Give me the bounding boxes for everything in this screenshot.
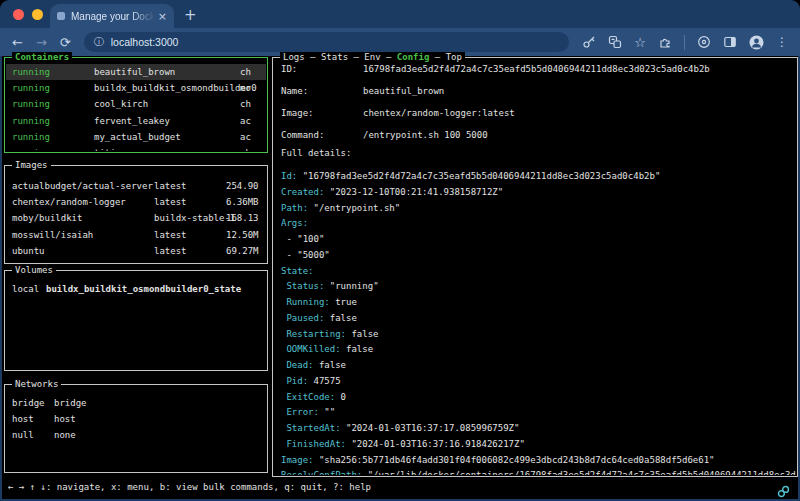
networks-list: bridge bridge host host null none: [6, 395, 266, 471]
detail-line: Created: "2023-12-10T00:21:41.938158712Z…: [281, 185, 796, 201]
image-tag: buildx-stable-1: [154, 210, 235, 226]
reload-button[interactable]: ⟳: [60, 36, 71, 49]
image-repo: actualbudget/actual-server: [12, 178, 153, 194]
container-state: running: [12, 64, 50, 80]
network-driver: none: [54, 427, 76, 443]
detail-line: Args:: [281, 216, 796, 232]
network-name: null: [12, 427, 34, 443]
image-repo: ubuntu: [12, 243, 45, 259]
window-minimize-button[interactable]: [32, 9, 43, 20]
toolbar-icons: ☆ ⋮: [582, 35, 788, 50]
container-row[interactable]: running my_actual_budget ac: [6, 129, 266, 145]
full-details-heading: Full details:: [281, 147, 351, 159]
summary-label: Name:: [273, 80, 363, 102]
image-size: 12.50M: [226, 227, 259, 243]
image-tag: <none>: [154, 259, 187, 262]
network-driver: host: [54, 411, 76, 427]
image-row[interactable]: chentex/random-logger latest 6.36MB: [6, 194, 266, 210]
config-summary: ID:16798fad3ee5d2f4d72a4c7c35eafd5b5d040…: [273, 58, 796, 146]
container-image: ac: [240, 129, 251, 145]
container-row[interactable]: running titi ch: [6, 145, 266, 151]
container-row[interactable]: running fervent_leakey ac: [6, 113, 266, 129]
detail-line: - "5000": [281, 248, 796, 264]
container-image: ch: [240, 64, 251, 80]
container-state: running: [12, 129, 50, 145]
tab-favicon-icon: [57, 12, 65, 20]
translate-icon[interactable]: [608, 35, 622, 49]
image-tag: latest: [154, 194, 187, 210]
detail-line: Id: "16798fad3ee5d2f4d72a4c7c35eafd5b5d0…: [281, 169, 796, 185]
volume-row[interactable]: local buildx_buildkit_osmondbuilder0_sta…: [6, 281, 266, 297]
image-size: 69.27M: [226, 243, 259, 259]
container-row[interactable]: running beautiful_brown ch: [6, 64, 266, 80]
browser-tab[interactable]: Manage your Docker fleet wi ×: [50, 4, 174, 28]
summary-label: Command:: [273, 124, 363, 146]
image-row[interactable]: moby/buildkit buildx-stable-1 168.13: [6, 210, 266, 226]
container-state: running: [12, 96, 50, 112]
detail-line: ResolvConfPath: "/var/lib/docker/contain…: [281, 468, 796, 475]
extension-badge-icon[interactable]: [697, 35, 711, 49]
container-row[interactable]: running cool_kirch ch: [6, 96, 266, 112]
site-info-icon[interactable]: ⓘ: [94, 37, 104, 47]
containers-list: running beautiful_brown ch running build…: [6, 64, 266, 151]
side-panel-icon[interactable]: [723, 35, 737, 49]
volumes-panel: Volumes local buildx_buildkit_osmondbuil…: [4, 270, 268, 371]
url-text: localhost:3000: [111, 36, 179, 48]
network-row[interactable]: bridge bridge: [6, 395, 266, 411]
network-row[interactable]: host host: [6, 411, 266, 427]
browser-tab-strip: Manage your Docker fleet wi × +: [0, 0, 800, 28]
detail-line: Pid: 47575: [281, 374, 796, 390]
summary-value: /entrypoint.sh 100 5000: [363, 130, 488, 140]
image-row[interactable]: actualbudget/actual-server latest 254.90: [6, 178, 266, 194]
window-close-button[interactable]: [13, 9, 24, 20]
summary-label: Image:: [273, 102, 363, 124]
image-repo: mosswill/isaiah: [12, 227, 93, 243]
container-state: running: [12, 80, 50, 96]
detail-line: Image: "sha256:5b771db46f4add301f04f0060…: [281, 453, 796, 469]
config-details[interactable]: Id: "16798fad3ee5d2f4d72a4c7c35eafd5b5d0…: [281, 169, 796, 475]
detail-line: Dead: false: [281, 358, 796, 374]
detail-line: FinishedAt: "2024-01-03T16:37:16.9184262…: [281, 437, 796, 453]
image-size: 168.13: [226, 210, 259, 226]
status-bar: ← → ↑ ↓: navigate, x: menu, b: view bulk…: [0, 478, 800, 501]
new-tab-button[interactable]: +: [184, 4, 197, 26]
tab-close-icon[interactable]: ×: [158, 10, 167, 23]
image-tag: latest: [154, 178, 187, 194]
profile-avatar[interactable]: [749, 35, 764, 50]
menu-kebab-icon[interactable]: ⋮: [776, 36, 788, 48]
image-row[interactable]: <none> <none> 70.77M: [6, 259, 266, 262]
forward-button[interactable]: →: [36, 36, 47, 49]
container-name: cool_kirch: [94, 96, 148, 112]
inspector-panel[interactable]: Logs — Stats — Env — Config — Top ID:167…: [272, 57, 798, 477]
containers-panel-title: Containers: [12, 52, 72, 63]
container-row[interactable]: running buildx_buildkit_osmondbuilder0 m…: [6, 80, 266, 96]
network-row[interactable]: null none: [6, 427, 266, 443]
volume-driver: local: [12, 281, 39, 297]
extensions-puzzle-icon[interactable]: [658, 35, 672, 49]
image-size: 70.77M: [226, 259, 259, 262]
summary-line: Name:beautiful_brown: [273, 80, 796, 102]
bookmark-star-icon[interactable]: ☆: [634, 36, 646, 49]
network-name: host: [12, 411, 34, 427]
link-icon[interactable]: [777, 483, 790, 501]
networks-panel-title: Networks: [12, 379, 61, 390]
images-list: actualbudget/actual-server latest 254.90…: [6, 178, 266, 262]
image-row[interactable]: mosswill/isaiah latest 12.50M: [6, 227, 266, 243]
image-size: 254.90: [226, 178, 259, 194]
back-button[interactable]: ←: [12, 36, 23, 49]
detail-line: Error: "": [281, 405, 796, 421]
password-manager-icon[interactable]: [582, 35, 596, 49]
network-driver: bridge: [54, 395, 87, 411]
detail-line: OOMKilled: false: [281, 342, 796, 358]
terminal-app: Containers running beautiful_brown ch ru…: [0, 56, 800, 478]
summary-label: ID:: [273, 58, 363, 80]
detail-line: Path: "/entrypoint.sh": [281, 201, 796, 217]
container-image: ch: [240, 145, 251, 151]
images-panel-title: Images: [12, 160, 51, 171]
network-name: bridge: [12, 395, 45, 411]
networks-panel: Networks bridge bridge host host null no…: [4, 384, 268, 473]
images-panel: Images actualbudget/actual-server latest…: [4, 165, 268, 264]
url-bar[interactable]: ⓘ localhost:3000: [84, 32, 570, 52]
summary-value: chentex/random-logger:latest: [363, 108, 515, 118]
image-row[interactable]: ubuntu latest 69.27M: [6, 243, 266, 259]
